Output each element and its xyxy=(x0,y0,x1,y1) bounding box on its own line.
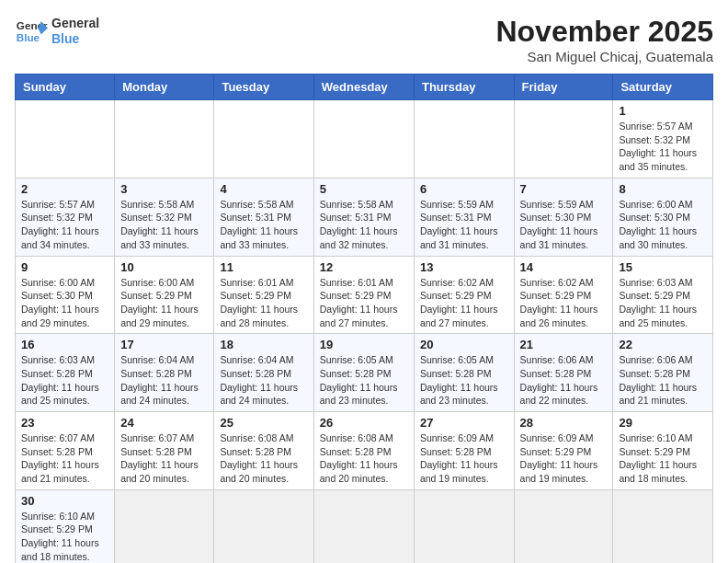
day-number: 29 xyxy=(619,416,707,430)
calendar-cell: 21Sunrise: 6:06 AMSunset: 5:28 PMDayligh… xyxy=(514,334,613,412)
day-info: Sunrise: 5:58 AMSunset: 5:31 PMDaylight:… xyxy=(320,198,408,252)
calendar-week-row: 23Sunrise: 6:07 AMSunset: 5:28 PMDayligh… xyxy=(16,412,713,490)
day-number: 10 xyxy=(120,260,208,274)
day-number: 2 xyxy=(21,182,108,196)
day-info: Sunrise: 6:00 AMSunset: 5:30 PMDaylight:… xyxy=(21,276,108,330)
calendar-week-row: 2Sunrise: 5:57 AMSunset: 5:32 PMDaylight… xyxy=(16,178,713,256)
day-info: Sunrise: 6:10 AMSunset: 5:29 PMDaylight:… xyxy=(21,510,108,563)
day-info: Sunrise: 6:06 AMSunset: 5:28 PMDaylight:… xyxy=(619,353,707,408)
calendar-cell xyxy=(313,489,414,563)
day-number: 25 xyxy=(220,416,307,430)
calendar-cell xyxy=(115,489,214,563)
day-info: Sunrise: 5:59 AMSunset: 5:30 PMDaylight:… xyxy=(520,198,608,252)
day-number: 24 xyxy=(120,416,208,430)
day-number: 9 xyxy=(21,260,108,274)
calendar-cell: 30Sunrise: 6:10 AMSunset: 5:29 PMDayligh… xyxy=(16,489,115,563)
day-number: 19 xyxy=(320,338,408,351)
day-info: Sunrise: 6:01 AMSunset: 5:29 PMDaylight:… xyxy=(320,276,408,330)
calendar-week-row: 30Sunrise: 6:10 AMSunset: 5:29 PMDayligh… xyxy=(16,489,713,563)
calendar-cell xyxy=(514,489,613,563)
calendar-cell: 18Sunrise: 6:04 AMSunset: 5:28 PMDayligh… xyxy=(214,334,313,412)
month-title: November 2025 xyxy=(495,15,713,49)
column-header-saturday: Saturday xyxy=(613,75,713,100)
day-info: Sunrise: 6:00 AMSunset: 5:29 PMDaylight:… xyxy=(120,276,208,330)
day-info: Sunrise: 6:09 AMSunset: 5:29 PMDaylight:… xyxy=(520,431,608,486)
day-number: 15 xyxy=(619,260,707,274)
day-number: 23 xyxy=(21,416,108,430)
day-info: Sunrise: 6:05 AMSunset: 5:28 PMDaylight:… xyxy=(420,353,508,408)
day-number: 17 xyxy=(120,338,208,351)
day-info: Sunrise: 5:57 AMSunset: 5:32 PMDaylight:… xyxy=(619,120,707,174)
column-header-sunday: Sunday xyxy=(16,75,115,100)
day-info: Sunrise: 5:58 AMSunset: 5:31 PMDaylight:… xyxy=(220,198,307,252)
day-info: Sunrise: 6:04 AMSunset: 5:28 PMDaylight:… xyxy=(120,353,208,408)
calendar-cell: 13Sunrise: 6:02 AMSunset: 5:29 PMDayligh… xyxy=(414,256,514,334)
calendar-cell: 12Sunrise: 6:01 AMSunset: 5:29 PMDayligh… xyxy=(313,256,414,334)
day-number: 12 xyxy=(320,260,408,274)
calendar-cell: 2Sunrise: 5:57 AMSunset: 5:32 PMDaylight… xyxy=(16,178,115,256)
calendar-cell: 20Sunrise: 6:05 AMSunset: 5:28 PMDayligh… xyxy=(414,334,514,412)
day-info: Sunrise: 6:10 AMSunset: 5:29 PMDaylight:… xyxy=(619,431,707,486)
day-number: 18 xyxy=(220,338,307,351)
calendar-cell: 3Sunrise: 5:58 AMSunset: 5:32 PMDaylight… xyxy=(115,178,214,256)
calendar-cell xyxy=(115,100,214,178)
column-header-tuesday: Tuesday xyxy=(214,75,313,100)
day-info: Sunrise: 6:03 AMSunset: 5:28 PMDaylight:… xyxy=(21,353,108,408)
calendar-cell: 17Sunrise: 6:04 AMSunset: 5:28 PMDayligh… xyxy=(115,334,214,412)
location-subtitle: San Miguel Chicaj, Guatemala xyxy=(495,49,713,64)
calendar-cell: 28Sunrise: 6:09 AMSunset: 5:29 PMDayligh… xyxy=(514,412,613,490)
calendar-cell: 29Sunrise: 6:10 AMSunset: 5:29 PMDayligh… xyxy=(613,412,713,490)
calendar-cell: 4Sunrise: 5:58 AMSunset: 5:31 PMDaylight… xyxy=(214,178,313,256)
day-info: Sunrise: 6:08 AMSunset: 5:28 PMDaylight:… xyxy=(220,431,307,486)
day-number: 3 xyxy=(120,182,208,196)
day-number: 28 xyxy=(520,416,608,430)
day-number: 4 xyxy=(220,182,307,196)
calendar-cell: 6Sunrise: 5:59 AMSunset: 5:31 PMDaylight… xyxy=(414,178,514,256)
calendar-cell xyxy=(514,100,613,178)
day-info: Sunrise: 6:07 AMSunset: 5:28 PMDaylight:… xyxy=(21,431,108,486)
header: General Blue General Blue November 2025 … xyxy=(15,15,713,64)
calendar-cell xyxy=(313,100,414,178)
day-info: Sunrise: 5:59 AMSunset: 5:31 PMDaylight:… xyxy=(420,198,508,252)
day-info: Sunrise: 5:58 AMSunset: 5:32 PMDaylight:… xyxy=(120,198,208,252)
day-info: Sunrise: 5:57 AMSunset: 5:32 PMDaylight:… xyxy=(21,198,108,252)
calendar-cell: 5Sunrise: 5:58 AMSunset: 5:31 PMDaylight… xyxy=(313,178,414,256)
logo-icon: General Blue xyxy=(15,15,48,48)
calendar-cell: 22Sunrise: 6:06 AMSunset: 5:28 PMDayligh… xyxy=(613,334,713,412)
calendar-cell xyxy=(214,489,313,563)
calendar-cell: 7Sunrise: 5:59 AMSunset: 5:30 PMDaylight… xyxy=(514,178,613,256)
calendar-cell: 26Sunrise: 6:08 AMSunset: 5:28 PMDayligh… xyxy=(313,412,414,490)
day-number: 22 xyxy=(619,338,707,351)
calendar-cell: 16Sunrise: 6:03 AMSunset: 5:28 PMDayligh… xyxy=(16,334,115,412)
calendar-cell: 19Sunrise: 6:05 AMSunset: 5:28 PMDayligh… xyxy=(313,334,414,412)
calendar-cell: 11Sunrise: 6:01 AMSunset: 5:29 PMDayligh… xyxy=(214,256,313,334)
calendar-cell xyxy=(16,100,115,178)
day-number: 8 xyxy=(619,182,707,196)
calendar-cell: 14Sunrise: 6:02 AMSunset: 5:29 PMDayligh… xyxy=(514,256,613,334)
day-info: Sunrise: 6:00 AMSunset: 5:30 PMDaylight:… xyxy=(619,198,707,252)
day-number: 26 xyxy=(320,416,408,430)
day-info: Sunrise: 6:08 AMSunset: 5:28 PMDaylight:… xyxy=(320,431,408,486)
calendar-cell: 27Sunrise: 6:09 AMSunset: 5:28 PMDayligh… xyxy=(414,412,514,490)
calendar-cell: 1Sunrise: 5:57 AMSunset: 5:32 PMDaylight… xyxy=(613,100,713,178)
calendar-cell: 25Sunrise: 6:08 AMSunset: 5:28 PMDayligh… xyxy=(214,412,313,490)
calendar-cell xyxy=(214,100,313,178)
calendar-week-row: 1Sunrise: 5:57 AMSunset: 5:32 PMDaylight… xyxy=(16,100,713,178)
calendar-cell xyxy=(414,489,514,563)
calendar-cell xyxy=(414,100,514,178)
column-header-monday: Monday xyxy=(115,75,214,100)
column-header-wednesday: Wednesday xyxy=(313,75,414,100)
calendar-cell: 10Sunrise: 6:00 AMSunset: 5:29 PMDayligh… xyxy=(115,256,214,334)
title-area: November 2025 San Miguel Chicaj, Guatema… xyxy=(495,15,713,64)
logo: General Blue General Blue xyxy=(15,15,99,48)
day-info: Sunrise: 6:05 AMSunset: 5:28 PMDaylight:… xyxy=(320,353,408,408)
calendar-week-row: 9Sunrise: 6:00 AMSunset: 5:30 PMDaylight… xyxy=(16,256,713,334)
column-header-thursday: Thursday xyxy=(414,75,514,100)
svg-text:Blue: Blue xyxy=(17,31,40,43)
day-info: Sunrise: 6:03 AMSunset: 5:29 PMDaylight:… xyxy=(619,276,707,330)
calendar-cell: 8Sunrise: 6:00 AMSunset: 5:30 PMDaylight… xyxy=(613,178,713,256)
day-number: 27 xyxy=(420,416,508,430)
day-number: 6 xyxy=(420,182,508,196)
day-number: 20 xyxy=(420,338,508,351)
day-number: 11 xyxy=(220,260,307,274)
